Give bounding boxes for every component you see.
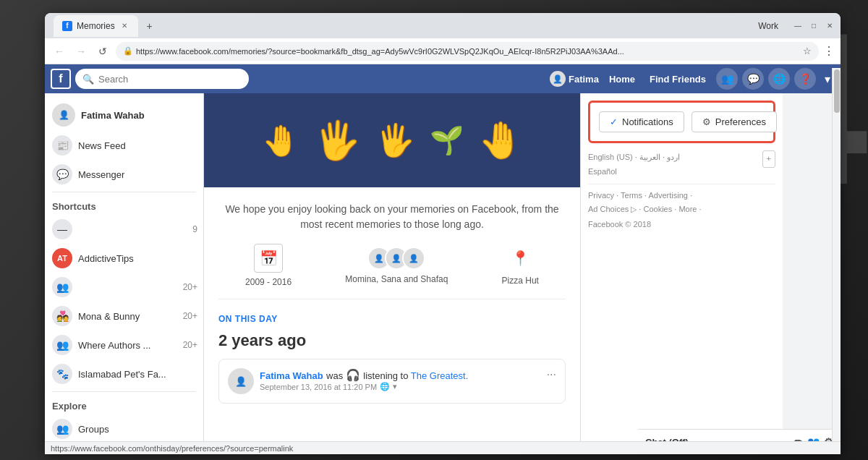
headphone-icon: 🎧 bbox=[346, 369, 360, 381]
memories-center: 🤚 🖐 🖐 🌱 🤚 We hope you enjoy looking back… bbox=[204, 93, 580, 451]
find-friends-link[interactable]: Find Friends bbox=[644, 74, 712, 85]
calendar-icon: 📅 bbox=[254, 244, 283, 273]
more-languages-btn[interactable]: + bbox=[762, 150, 775, 168]
post-info: Fatima Wahab was 🎧 listening to The Grea… bbox=[260, 368, 541, 391]
minimize-button[interactable]: — bbox=[793, 21, 803, 31]
location-label: Pizza Hut bbox=[502, 276, 539, 286]
banner-hand-2: 🖐 bbox=[314, 119, 361, 163]
explore-section-title: Explore bbox=[45, 395, 203, 414]
search-input[interactable] bbox=[98, 74, 242, 85]
sidebar-item-shortcut-1[interactable]: — 9 bbox=[45, 215, 203, 244]
page-content: 👤 Fatima Wahab 📰 News Feed 💬 Messenger S… bbox=[45, 93, 841, 451]
user-avatar: 👤 bbox=[550, 71, 566, 87]
language-links: English (US) · اردو · العربية + Español bbox=[588, 150, 775, 179]
post-dropdown-icon: ▾ bbox=[393, 382, 397, 391]
groups-icon: 👥 bbox=[52, 419, 72, 439]
navbar-links: Home Find Friends bbox=[603, 74, 712, 85]
where-authors-label: Where Authors ... bbox=[78, 340, 150, 351]
sidebar-user-item[interactable]: 👤 Fatima Wahab bbox=[45, 99, 203, 131]
song-title[interactable]: The Greatest. bbox=[411, 370, 468, 381]
address-bar: ← → ↺ 🔒 https://www.facebook.com/memorie… bbox=[45, 38, 841, 64]
post-author-name[interactable]: Fatima Wahab bbox=[260, 370, 323, 381]
navbar-user[interactable]: 👤 Fatima bbox=[550, 71, 599, 87]
banner-hand-4: 🤚 bbox=[478, 119, 523, 161]
facebook-navbar: f 🔍 👤 Fatima Home Find Friends 👥 💬 🌐 ❓ ▾ bbox=[45, 64, 841, 93]
where-authors-icon: 👥 bbox=[52, 335, 72, 355]
memories-inner: We hope you enjoy looking back on your m… bbox=[204, 187, 580, 418]
browser-scrollbar[interactable] bbox=[832, 68, 841, 441]
sidebar-user-avatar: 👤 bbox=[52, 103, 75, 127]
url-bar[interactable]: 🔒 https://www.facebook.com/memories/?sou… bbox=[116, 42, 819, 61]
on-this-day-label: ON THIS DAY bbox=[218, 314, 566, 324]
notifications-label: Notifications bbox=[622, 116, 673, 127]
sidebar-label-news-feed: News Feed bbox=[78, 140, 126, 151]
memories-years-row: 📅 2009 - 2016 👤 👤 👤 Momina, Sana and Sha… bbox=[218, 244, 566, 299]
notifications-button[interactable]: ✓ Notifications bbox=[599, 111, 684, 132]
sidebar-item-messenger[interactable]: 💬 Messenger bbox=[45, 160, 203, 189]
friends-item: 👤 👤 👤 Momina, Sana and Shafaq bbox=[345, 247, 448, 284]
espanol-link[interactable]: Español bbox=[588, 167, 617, 176]
home-link[interactable]: Home bbox=[603, 74, 641, 85]
friends-avatars: 👤 👤 👤 bbox=[367, 247, 425, 270]
messenger-icon: 💬 bbox=[52, 164, 72, 184]
sidebar-user-name: Fatima Wahab bbox=[81, 110, 145, 121]
sidebar-item-groups[interactable]: 👥 Groups bbox=[45, 414, 203, 443]
title-bar-left: f Memories ✕ + bbox=[51, 15, 758, 37]
notif-prefs-box: ✓ Notifications ⚙ Preferences bbox=[588, 101, 775, 143]
memories-intro-text: We hope you enjoy looking back on your m… bbox=[218, 202, 566, 232]
post-card: 👤 Fatima Wahab was 🎧 listening to The Gr… bbox=[218, 359, 566, 404]
back-button[interactable]: ← bbox=[51, 43, 68, 60]
sidebar-item-islamabad-pets[interactable]: 🐾 Islamabad Pet's Fa... bbox=[45, 359, 203, 388]
arabic-link[interactable]: العربية bbox=[639, 153, 660, 161]
shortcuts-section-title: Shortcuts bbox=[45, 195, 203, 215]
right-sidebar: ✓ Notifications ⚙ Preferences English (U… bbox=[580, 93, 783, 451]
preferences-button[interactable]: ⚙ Preferences bbox=[692, 111, 777, 132]
user-name: Fatima bbox=[569, 74, 599, 85]
forward-button[interactable]: → bbox=[72, 43, 90, 60]
urdu-link[interactable]: اردو bbox=[667, 153, 680, 161]
browser-window: f Memories ✕ + Work — □ ✕ ← → ↺ 🔒 https:… bbox=[45, 13, 841, 454]
bookmark-icon[interactable]: ☆ bbox=[803, 46, 812, 56]
listening-text: listening to bbox=[363, 370, 411, 381]
sidebar-divider-1 bbox=[52, 192, 196, 192]
left-sidebar: 👤 Fatima Wahab 📰 News Feed 💬 Messenger S… bbox=[45, 93, 204, 451]
footer-links: Privacy · Terms · Advertising · Ad Choic… bbox=[588, 189, 775, 218]
post-meta: September 13, 2016 at 11:20 PM 🌐 ▾ bbox=[260, 382, 541, 391]
year-range-label: 2009 - 2016 bbox=[245, 277, 292, 287]
post-privacy-icon: 🌐 bbox=[380, 382, 390, 391]
footer-copyright: Facebook © 2018 bbox=[588, 220, 775, 229]
search-icon: 🔍 bbox=[82, 74, 94, 85]
post-options-button[interactable]: ··· bbox=[547, 368, 556, 381]
browser-tab[interactable]: f Memories ✕ bbox=[54, 15, 138, 37]
footer-row-1: Privacy · Terms · Advertising · bbox=[588, 189, 775, 203]
english-us-link[interactable]: English (US) bbox=[588, 153, 633, 161]
close-button[interactable]: ✕ bbox=[825, 21, 835, 31]
sidebar-item-news-feed[interactable]: 📰 News Feed bbox=[45, 131, 203, 160]
friends-icon-btn[interactable]: 👥 bbox=[716, 68, 738, 90]
browser-menu-icon[interactable]: ⋮ bbox=[823, 44, 835, 58]
tab-close-btn[interactable]: ✕ bbox=[119, 21, 129, 31]
sidebar-item-mona-bunny[interactable]: 💑 Mona & Bunny 20+ bbox=[45, 302, 203, 331]
memories-banner: 🤚 🖐 🖐 🌱 🤚 bbox=[204, 93, 580, 187]
sidebar-item-where-authors[interactable]: 👥 Where Authors ... 20+ bbox=[45, 331, 203, 359]
help-icon-btn[interactable]: ❓ bbox=[794, 68, 816, 90]
sidebar-label-messenger: Messenger bbox=[78, 169, 124, 180]
shortcut-1-badge: 9 bbox=[192, 224, 197, 234]
preferences-label: Preferences bbox=[715, 116, 766, 127]
messages-icon-btn[interactable]: 💬 bbox=[742, 68, 764, 90]
sidebar-item-shortcut-3[interactable]: 👥 20+ bbox=[45, 273, 203, 302]
maximize-button[interactable]: □ bbox=[809, 21, 819, 31]
sidebar-item-addictive-tips[interactable]: AT AddictiveTips bbox=[45, 244, 203, 273]
shortcut-1-icon: — bbox=[52, 219, 72, 239]
new-tab-button[interactable]: + bbox=[141, 17, 158, 35]
facebook-search-box[interactable]: 🔍 bbox=[75, 69, 249, 89]
footer-row-2: Ad Choices ▷ · Cookies · More · bbox=[588, 203, 775, 217]
addictive-tips-icon: AT bbox=[52, 248, 72, 268]
years-ago-label: 2 years ago bbox=[218, 331, 566, 350]
status-bar-url: https://www.facebook.com/onthisday/prefe… bbox=[51, 444, 293, 453]
reload-button[interactable]: ↺ bbox=[94, 43, 111, 60]
globe-icon-btn[interactable]: 🌐 bbox=[768, 68, 790, 90]
scrollbar-thumb[interactable] bbox=[834, 69, 840, 113]
sidebar-divider bbox=[588, 184, 775, 184]
shortcut-3-badge: 20+ bbox=[183, 282, 197, 292]
